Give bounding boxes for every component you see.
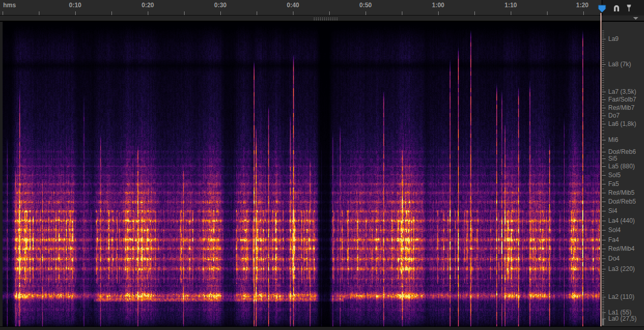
pitch-tick	[602, 87, 604, 88]
scrollbar-grip-icon[interactable]	[313, 17, 338, 21]
pitch-tick	[602, 58, 604, 59]
time-tick	[293, 11, 293, 15]
pitch-label: Fa5	[608, 180, 619, 188]
pitch-tick	[602, 37, 604, 37]
time-label: 0:40	[287, 2, 299, 9]
pitch-tick	[602, 94, 604, 95]
time-ruler[interactable]: hms 0:100:200:300:400:501:001:101:20	[0, 0, 644, 16]
pin-icon[interactable]	[625, 4, 633, 12]
pitch-label: Mi6	[608, 136, 618, 144]
pitch-tick	[602, 180, 604, 180]
time-label: 0:50	[359, 2, 372, 9]
pitch-tick	[602, 47, 604, 48]
pitch-tick	[602, 69, 604, 69]
spectrogram-canvas[interactable]	[3, 22, 600, 326]
pitch-tick	[602, 49, 604, 50]
pitch-tick	[602, 216, 604, 217]
pitch-tick	[602, 33, 604, 33]
pitch-tick	[602, 113, 604, 113]
time-tick	[3, 11, 3, 15]
pitch-tick	[602, 235, 604, 236]
playhead-line	[600, 13, 601, 326]
pitch-tick	[602, 314, 604, 315]
scrollbar-menu-arrow-icon[interactable]	[633, 17, 638, 20]
pitch-tick	[602, 297, 606, 297]
pitch-tick	[602, 202, 606, 202]
pitch-label: Do7	[608, 112, 620, 119]
pitch-label: Sol5	[608, 171, 621, 179]
time-tick	[474, 11, 475, 15]
pitch-label: La7 (3,5k)	[608, 88, 636, 95]
pitch-label: La0 (27,5)	[608, 315, 637, 322]
time-tick	[438, 11, 439, 15]
time-label: 1:20	[576, 2, 589, 9]
pitch-tick	[602, 197, 604, 198]
pitch-tick	[602, 206, 604, 207]
pitch-tick	[602, 189, 604, 189]
pitch-tick	[602, 82, 604, 83]
pitch-tick	[602, 304, 604, 304]
pitch-tick	[602, 175, 606, 176]
pitch-tick	[602, 311, 604, 312]
pitch-tick	[602, 249, 606, 249]
pitch-tick	[602, 315, 604, 316]
pitch-tick	[602, 116, 606, 116]
pitch-tick	[602, 134, 604, 134]
pitch-tick	[602, 166, 606, 167]
time-tick	[366, 11, 366, 15]
time-ruler-ticks: 0:100:200:300:400:501:001:101:20	[0, 0, 644, 16]
time-tick	[402, 11, 402, 15]
pitch-ruler[interactable]: La9La8 (7k)La7 (3,5k)Fa♯/Solb7Re♯/Mib7Do…	[602, 22, 644, 326]
pitch-label: Do♯/Reb6	[608, 148, 636, 155]
pitch-tick	[602, 298, 604, 299]
pitch-tick	[602, 281, 604, 281]
pitch-label: Re♯/Mib5	[608, 189, 635, 196]
pitch-tick	[602, 35, 604, 35]
pitch-tick	[602, 310, 604, 310]
pitch-tick	[602, 285, 604, 286]
pitch-tick	[602, 148, 604, 148]
ruler-toolbar	[603, 0, 644, 16]
pitch-tick	[602, 252, 604, 252]
pitch-label: Si5	[608, 155, 617, 162]
pitch-tick	[602, 31, 604, 31]
playhead-marker[interactable]	[598, 5, 606, 13]
pitch-tick	[602, 325, 604, 325]
pitch-tick	[602, 97, 604, 97]
pitch-tick	[602, 45, 604, 46]
pitch-label: Si4	[608, 207, 617, 214]
pitch-tick	[602, 43, 604, 44]
pitch-tick	[602, 262, 604, 263]
pitch-label: Sol4	[608, 226, 621, 234]
time-tick	[148, 11, 148, 15]
pitch-tick	[602, 41, 604, 41]
pitch-tick	[602, 276, 604, 277]
pitch-tick	[602, 211, 606, 211]
pitch-label: La5 (880)	[608, 163, 635, 170]
pitch-tick	[602, 52, 604, 52]
pitch-label: La8 (7k)	[608, 61, 631, 68]
pitch-tick	[602, 292, 604, 293]
pitch-tick	[602, 299, 604, 300]
pitch-tick	[602, 62, 604, 63]
pitch-tick	[602, 137, 604, 137]
pitch-tick	[602, 306, 604, 307]
pitch-tick	[602, 259, 606, 259]
time-tick	[547, 11, 548, 15]
spectral-frequency-editor: hms 0:100:200:300:400:501:001:101:20 La9…	[0, 0, 644, 330]
snap-magnet-icon[interactable]	[612, 4, 621, 12]
pitch-tick	[602, 171, 604, 171]
pitch-tick	[602, 295, 604, 295]
time-tick	[184, 11, 185, 15]
pitch-label: Do♯/Reb5	[608, 198, 636, 205]
time-tick	[39, 11, 39, 15]
pitch-tick	[602, 225, 604, 226]
time-label: 0:30	[214, 2, 227, 9]
pitch-tick	[602, 290, 604, 291]
pitch-tick	[602, 302, 604, 303]
pitch-tick	[602, 155, 604, 156]
pitch-tick	[602, 255, 604, 256]
pitch-label: La3 (220)	[608, 265, 635, 272]
pitch-tick	[602, 85, 604, 85]
time-label: 1:10	[505, 2, 517, 9]
